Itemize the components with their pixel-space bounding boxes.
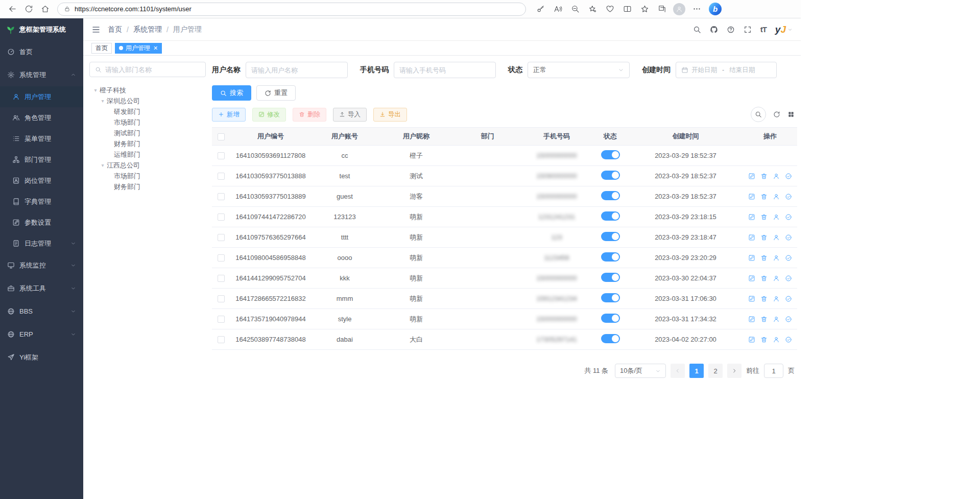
status-toggle[interactable] xyxy=(601,150,620,159)
sidebar-item-dict-mgmt[interactable]: 字典管理 xyxy=(0,191,83,212)
back-button[interactable] xyxy=(4,2,20,16)
username-input[interactable] xyxy=(251,66,342,74)
add-button[interactable]: 新增 xyxy=(212,108,246,122)
row-delete-icon[interactable] xyxy=(760,193,768,200)
row-reset-password-icon[interactable] xyxy=(773,234,780,241)
status-toggle[interactable] xyxy=(601,252,620,262)
sidebar-item-user-mgmt[interactable]: 用户管理 xyxy=(0,86,83,107)
status-toggle[interactable] xyxy=(601,273,620,282)
fullscreen-button[interactable] xyxy=(744,26,752,34)
help-button[interactable] xyxy=(727,26,735,34)
tab-home[interactable]: 首页 xyxy=(91,43,112,54)
row-edit-icon[interactable] xyxy=(748,173,755,180)
row-assign-role-icon[interactable] xyxy=(785,173,792,180)
status-toggle[interactable] xyxy=(601,293,620,302)
favorites-button[interactable] xyxy=(636,2,653,16)
sidebar-item-log-mgmt[interactable]: 日志管理 xyxy=(0,233,83,254)
status-toggle[interactable] xyxy=(601,232,620,241)
tree-node[interactable]: 市场部门 xyxy=(89,171,206,181)
row-checkbox[interactable] xyxy=(218,275,225,282)
profile-avatar[interactable] xyxy=(673,3,685,15)
caret-down-icon[interactable]: ▾ xyxy=(91,87,100,93)
status-toggle[interactable] xyxy=(601,171,620,180)
dept-search-input[interactable] xyxy=(105,66,200,74)
row-edit-icon[interactable] xyxy=(748,336,755,343)
date-range-picker[interactable]: 开始日期 - 结束日期 xyxy=(676,62,777,78)
tree-node[interactable]: ▾深圳总公司 xyxy=(89,96,206,106)
row-reset-password-icon[interactable] xyxy=(773,173,780,180)
caret-down-icon[interactable]: ▾ xyxy=(99,162,107,168)
breadcrumb-system-mgmt[interactable]: 系统管理 xyxy=(133,25,162,34)
password-button[interactable] xyxy=(532,2,548,16)
row-checkbox[interactable] xyxy=(218,173,225,180)
row-reset-password-icon[interactable] xyxy=(773,336,780,343)
row-assign-role-icon[interactable] xyxy=(785,234,792,241)
sidebar-item-menu-mgmt[interactable]: 菜单管理 xyxy=(0,128,83,149)
home-button[interactable] xyxy=(37,2,53,16)
page-size-select[interactable]: 10条/页 xyxy=(615,364,666,378)
sidebar-item-role-mgmt[interactable]: 角色管理 xyxy=(0,107,83,128)
status-toggle[interactable] xyxy=(601,334,620,343)
tab-user-mgmt[interactable]: 用户管理 ✕ xyxy=(115,43,162,54)
toggle-search-button[interactable] xyxy=(751,107,766,122)
row-reset-password-icon[interactable] xyxy=(773,275,780,282)
sidebar-item-system-mgmt[interactable]: 系统管理 xyxy=(0,63,83,86)
import-button[interactable]: 导入 xyxy=(333,108,367,122)
tree-node[interactable]: 财务部门 xyxy=(89,181,206,192)
row-checkbox[interactable] xyxy=(218,336,225,343)
sidebar-item-param-settings[interactable]: 参数设置 xyxy=(0,212,83,233)
row-assign-role-icon[interactable] xyxy=(785,295,792,302)
row-checkbox[interactable] xyxy=(218,295,225,302)
tree-node[interactable]: 运维部门 xyxy=(89,149,206,160)
row-edit-icon[interactable] xyxy=(748,275,755,282)
row-assign-role-icon[interactable] xyxy=(785,193,792,200)
row-reset-password-icon[interactable] xyxy=(773,254,780,262)
tree-node[interactable]: ▾江西总公司 xyxy=(89,160,206,171)
row-assign-role-icon[interactable] xyxy=(785,213,792,221)
row-delete-icon[interactable] xyxy=(760,234,768,241)
tree-node[interactable]: 测试部门 xyxy=(89,128,206,138)
tree-node[interactable]: 财务部门 xyxy=(89,138,206,149)
sidebar-item-post-mgmt[interactable]: 岗位管理 xyxy=(0,170,83,191)
add-favorite-button[interactable] xyxy=(584,2,601,16)
row-assign-role-icon[interactable] xyxy=(785,254,792,262)
column-settings-button[interactable] xyxy=(787,111,795,118)
split-screen-button[interactable] xyxy=(619,2,635,16)
zoom-button[interactable] xyxy=(567,2,583,16)
sidebar-fold-button[interactable] xyxy=(91,25,101,34)
status-toggle[interactable] xyxy=(601,314,620,323)
row-edit-icon[interactable] xyxy=(748,254,755,262)
refresh-table-button[interactable] xyxy=(773,111,780,118)
prev-page-button[interactable] xyxy=(671,364,685,378)
collections-button[interactable] xyxy=(654,2,670,16)
row-edit-icon[interactable] xyxy=(748,316,755,323)
sidebar-item-system-tools[interactable]: 系统工具 xyxy=(0,277,83,300)
row-checkbox[interactable] xyxy=(218,152,225,159)
search-button[interactable]: 搜索 xyxy=(212,85,251,101)
row-delete-icon[interactable] xyxy=(760,213,768,221)
refresh-button[interactable] xyxy=(20,2,37,16)
tree-node[interactable]: 研发部门 xyxy=(89,106,206,117)
close-icon[interactable]: ✕ xyxy=(153,45,158,51)
copilot-icon[interactable]: b xyxy=(709,3,722,15)
breadcrumb-home[interactable]: 首页 xyxy=(108,25,122,34)
phone-input[interactable] xyxy=(399,66,490,74)
delete-button[interactable]: 删除 xyxy=(293,108,326,122)
row-assign-role-icon[interactable] xyxy=(785,336,792,343)
app-logo[interactable]: 意框架管理系统 xyxy=(0,18,83,40)
row-delete-icon[interactable] xyxy=(760,173,768,180)
sidebar-item-yi-framework[interactable]: Yi框架 xyxy=(0,346,83,369)
row-reset-password-icon[interactable] xyxy=(773,213,780,221)
header-search-button[interactable] xyxy=(693,26,701,34)
row-edit-icon[interactable] xyxy=(748,234,755,241)
sidebar-item-home[interactable]: 首页 xyxy=(0,40,83,63)
sidebar-item-bbs[interactable]: BBS xyxy=(0,300,83,323)
status-toggle[interactable] xyxy=(601,211,620,221)
row-delete-icon[interactable] xyxy=(760,295,768,302)
row-assign-role-icon[interactable] xyxy=(785,316,792,323)
browser-essentials-button[interactable] xyxy=(602,2,618,16)
row-reset-password-icon[interactable] xyxy=(773,316,780,323)
user-avatar-menu[interactable]: y J xyxy=(775,24,793,35)
row-reset-password-icon[interactable] xyxy=(773,193,780,200)
row-checkbox[interactable] xyxy=(218,234,225,241)
